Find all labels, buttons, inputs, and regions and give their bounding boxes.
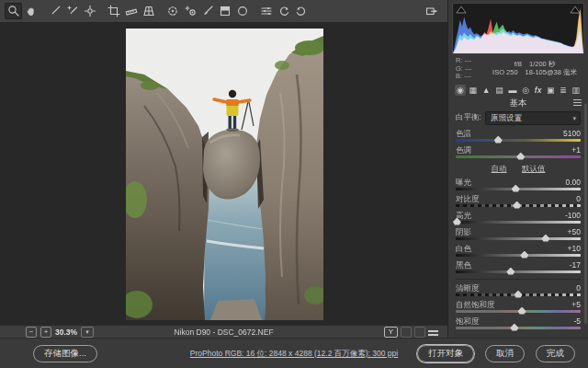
photo-kjeragbolten[interactable] bbox=[126, 29, 323, 320]
tone-sliders: 曝光0.00对比度0高光-100阴影+50白色+10黑色-17 bbox=[448, 178, 588, 273]
hand-tool-icon[interactable] bbox=[22, 3, 40, 19]
slider-track-blacks[interactable] bbox=[456, 270, 581, 273]
slider-track-vibrance[interactable] bbox=[456, 310, 581, 313]
white-balance-sliders: 色温5100色调+1 bbox=[448, 129, 588, 158]
slider-row-vibrance: 自然饱和度+5 bbox=[456, 300, 581, 313]
tab-presets-icon[interactable]: ≣ bbox=[558, 85, 569, 96]
slider-label-blacks: 黑色 bbox=[456, 260, 471, 270]
slider-label-temperature: 色温 bbox=[456, 129, 471, 138]
slider-label-clarity: 清晰度 bbox=[456, 283, 480, 293]
panel-tabs: ◉▦▲▤▬◎fx▣≣▥ bbox=[448, 83, 588, 96]
highlight-clipping-icon[interactable] bbox=[569, 5, 582, 14]
slider-track-shadows[interactable] bbox=[456, 237, 581, 240]
panel-menu-icon[interactable] bbox=[573, 99, 582, 106]
slider-row-tint: 色调+1 bbox=[456, 145, 581, 158]
presence-sliders: 清晰度0自然饱和度+5饱和度-5 bbox=[448, 283, 588, 329]
panel-scrollbar[interactable] bbox=[584, 103, 587, 324]
slider-track-exposure[interactable] bbox=[456, 188, 581, 190]
slider-value-blacks[interactable]: -17 bbox=[570, 260, 581, 270]
copy-settings-button[interactable] bbox=[414, 327, 425, 338]
slider-value-temperature[interactable]: 5100 bbox=[563, 129, 581, 138]
open-object-button[interactable]: 打开对象 bbox=[417, 345, 474, 362]
slider-row-temperature: 色温5100 bbox=[456, 129, 581, 142]
crop-tool-icon[interactable] bbox=[105, 3, 122, 19]
slider-row-highlights: 高光-100 bbox=[456, 211, 581, 224]
red-eye-tool-icon[interactable] bbox=[181, 3, 198, 19]
tab-split-toning-icon[interactable]: ▬ bbox=[507, 85, 519, 96]
slider-track-temperature[interactable] bbox=[456, 139, 581, 142]
transform-tool-icon[interactable] bbox=[140, 3, 157, 19]
rotate-left-tool-icon[interactable] bbox=[275, 3, 292, 19]
preview-cycle-button[interactable]: Y bbox=[384, 327, 398, 338]
slider-row-whites: 白色+10 bbox=[456, 244, 581, 257]
slider-track-clarity[interactable] bbox=[456, 293, 581, 296]
tab-hsl-grayscale-icon[interactable]: ▤ bbox=[493, 85, 505, 96]
auto-default-links: 自动 默认值 bbox=[448, 164, 588, 174]
zoom-tool-icon[interactable] bbox=[5, 3, 22, 19]
aperture-label: f/8 bbox=[514, 60, 522, 68]
image-canvas[interactable] bbox=[0, 23, 447, 325]
shutter-label: 1/200 秒 bbox=[529, 60, 555, 68]
adjustment-brush-tool-icon[interactable] bbox=[198, 3, 216, 19]
auto-link[interactable]: 自动 bbox=[492, 164, 507, 173]
radial-filter-tool-icon[interactable] bbox=[233, 3, 251, 19]
straighten-tool-icon[interactable] bbox=[122, 3, 140, 19]
preview-settings-icon[interactable] bbox=[428, 328, 438, 336]
slider-value-tint[interactable]: +1 bbox=[571, 145, 581, 155]
slider-label-tint: 色调 bbox=[456, 145, 471, 155]
tab-lens-corrections-icon[interactable]: ◎ bbox=[520, 85, 531, 96]
camera-raw-dialog: − + 30.3% ▾ Nikon D90 - DSC_0672.NEF Y bbox=[0, 0, 588, 368]
tab-tone-curve-icon[interactable]: ▦ bbox=[468, 85, 480, 96]
slider-value-contrast[interactable]: 0 bbox=[576, 194, 581, 203]
divider bbox=[456, 279, 581, 280]
rotate-right-tool-icon[interactable] bbox=[292, 3, 310, 19]
slider-track-whites[interactable] bbox=[456, 254, 581, 257]
slider-label-shadows: 阴影 bbox=[456, 227, 471, 236]
slider-track-tint[interactable] bbox=[456, 155, 581, 158]
default-link[interactable]: 默认值 bbox=[522, 164, 546, 173]
slider-row-clarity: 清晰度0 bbox=[456, 283, 581, 296]
status-bar: − + 30.3% ▾ Nikon D90 - DSC_0672.NEF Y bbox=[0, 325, 447, 339]
filename-label: Nikon D90 - DSC_0672.NEF bbox=[0, 328, 447, 337]
shadow-clipping-icon[interactable] bbox=[455, 5, 468, 14]
white-balance-select[interactable]: 原照设置 ▾ bbox=[485, 111, 581, 125]
slider-label-saturation: 饱和度 bbox=[456, 316, 480, 326]
slider-track-contrast[interactable] bbox=[456, 204, 581, 207]
slider-label-contrast: 对比度 bbox=[456, 194, 480, 203]
targeted-adjustment-tool-icon[interactable] bbox=[81, 3, 98, 19]
exif-info: R: --- G: --- B: --- f/81/200 秒 ISO 2501… bbox=[448, 56, 588, 83]
save-image-button[interactable]: 存储图像... bbox=[33, 345, 97, 362]
white-balance-tool-icon[interactable] bbox=[46, 3, 63, 19]
slider-value-shadows[interactable]: +50 bbox=[568, 227, 581, 236]
slider-track-saturation[interactable] bbox=[456, 327, 581, 329]
done-button[interactable]: 完成 bbox=[536, 345, 575, 362]
workflow-options-link[interactable]: ProPhoto RGB: 16 位: 2848 x 4288 (12.2 百万… bbox=[190, 349, 398, 360]
preferences-tool-icon[interactable] bbox=[257, 3, 275, 19]
toggle-fullscreen-icon[interactable] bbox=[423, 3, 440, 19]
slider-track-highlights[interactable] bbox=[456, 221, 581, 224]
tab-camera-calibration-icon[interactable]: ▣ bbox=[545, 85, 557, 96]
tab-effects-icon[interactable]: fx bbox=[533, 85, 544, 96]
color-sampler-tool-icon[interactable] bbox=[63, 3, 81, 19]
slider-value-saturation[interactable]: -5 bbox=[573, 316, 581, 326]
adjustments-panel: R: --- G: --- B: --- f/81/200 秒 ISO 2501… bbox=[447, 0, 588, 338]
slider-value-whites[interactable]: +10 bbox=[568, 244, 581, 253]
histogram[interactable] bbox=[452, 3, 584, 54]
spot-removal-tool-icon[interactable] bbox=[164, 3, 181, 19]
tab-detail-icon[interactable]: ▲ bbox=[481, 85, 492, 96]
swap-before-after-button[interactable] bbox=[401, 327, 412, 338]
tab-snapshots-icon[interactable]: ▥ bbox=[570, 85, 582, 96]
slider-row-shadows: 阴影+50 bbox=[456, 227, 581, 240]
histogram-svg bbox=[453, 4, 583, 53]
slider-value-vibrance[interactable]: +5 bbox=[571, 300, 581, 309]
slider-value-exposure[interactable]: 0.00 bbox=[565, 178, 581, 187]
slider-value-clarity[interactable]: 0 bbox=[576, 283, 581, 293]
slider-label-exposure: 曝光 bbox=[456, 178, 471, 187]
bottom-bar: 存储图像... ProPhoto RGB: 16 位: 2848 x 4288 … bbox=[0, 338, 588, 368]
cancel-button[interactable]: 取消 bbox=[485, 345, 525, 362]
chevron-down-icon: ▾ bbox=[572, 112, 576, 124]
tab-basic-icon[interactable]: ◉ bbox=[455, 85, 466, 96]
graduated-filter-tool-icon[interactable] bbox=[216, 3, 233, 19]
slider-label-whites: 白色 bbox=[456, 244, 471, 253]
slider-value-highlights[interactable]: -100 bbox=[565, 211, 581, 220]
